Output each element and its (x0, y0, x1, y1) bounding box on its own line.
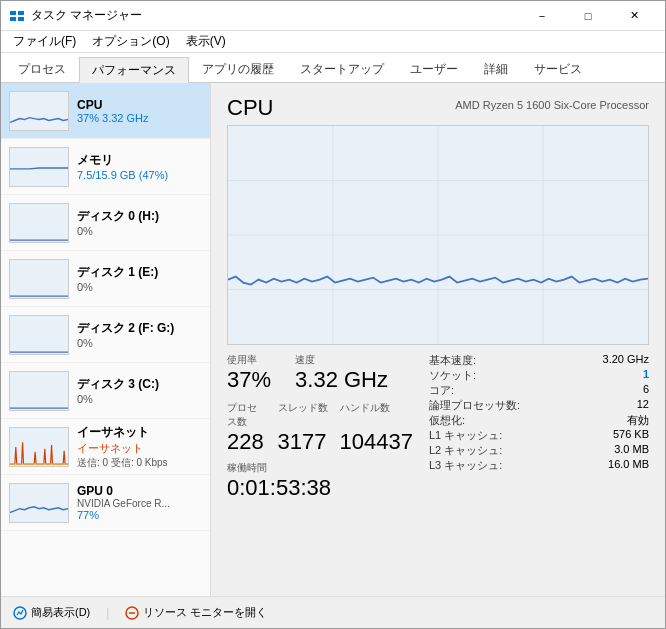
menu-file[interactable]: ファイル(F) (5, 31, 84, 53)
speed-stat: 速度 3.32 GHz (295, 353, 388, 393)
uptime-value: 0:01:53:38 (227, 475, 413, 501)
sidebar-item-cpu[interactable]: CPU 37% 3.32 GHz (1, 83, 210, 139)
tab-startup[interactable]: スタートアップ (287, 56, 397, 82)
svg-rect-0 (10, 11, 16, 15)
tab-services[interactable]: サービス (521, 56, 595, 82)
resource-monitor-button[interactable]: リソース モニターを開く (125, 605, 267, 620)
sidebar-disk2-stat: 0% (77, 337, 202, 349)
sidebar-ethernet-stat2: イーサネット (77, 441, 202, 456)
sidebar-gpu0-stat2: NVIDIA GeForce R... (77, 498, 202, 509)
usage-stat: 使用率 37% (227, 353, 271, 393)
value-socket: 1 (643, 368, 649, 383)
main-content: CPU 37% 3.32 GHz メモリ 7.5/15.9 GB (47%) (1, 83, 665, 596)
menu-view[interactable]: 表示(V) (178, 31, 234, 53)
detail-subtitle: AMD Ryzen 5 1600 Six-Core Processor (455, 99, 649, 111)
sidebar-disk2-info: ディスク 2 (F: G:) 0% (77, 320, 202, 349)
tab-performance[interactable]: パフォーマンス (79, 57, 189, 83)
sidebar-ethernet-name: イーサネット (77, 424, 202, 441)
sidebar-disk0-info: ディスク 0 (H:) 0% (77, 208, 202, 237)
sidebar-disk2-name: ディスク 2 (F: G:) (77, 320, 202, 337)
value-logical: 12 (637, 398, 649, 413)
menu-options[interactable]: オプション(O) (84, 31, 177, 53)
stat-row-socket: ソケット: 1 (429, 368, 649, 383)
sidebar-cpu-info: CPU 37% 3.32 GHz (77, 98, 202, 124)
svg-rect-7 (10, 260, 68, 298)
svg-rect-5 (10, 148, 68, 186)
handles-label: ハンドル数 (340, 401, 413, 429)
sidebar-disk0-stat: 0% (77, 225, 202, 237)
sidebar-item-disk2[interactable]: ディスク 2 (F: G:) 0% (1, 307, 210, 363)
app-icon (9, 8, 25, 24)
stat-row-base-speed: 基本速度: 3.20 GHz (429, 353, 649, 368)
resource-monitor-icon (125, 606, 139, 620)
speed-value: 3.32 GHz (295, 367, 388, 393)
label-l3: L3 キャッシュ: (429, 458, 502, 473)
threads-value: 3177 (278, 429, 328, 455)
value-l1: 576 KB (613, 428, 649, 443)
sidebar-memory-name: メモリ (77, 152, 202, 169)
sidebar-cpu-stat: 37% 3.32 GHz (77, 112, 202, 124)
maximize-button[interactable]: □ (565, 1, 611, 31)
footer: 簡易表示(D) | リソース モニターを開く (1, 596, 665, 628)
title-bar-left: タスク マネージャー (9, 7, 142, 24)
title-controls: − □ ✕ (519, 1, 657, 31)
processes-value: 228 (227, 429, 266, 455)
sidebar-cpu-name: CPU (77, 98, 202, 112)
disk2-thumb (9, 315, 69, 355)
disk0-thumb (9, 203, 69, 243)
cpu-graph-area: 使用率 100% 60 秒 0 (227, 125, 649, 345)
memory-thumb (9, 147, 69, 187)
uptime-block: 稼働時間 0:01:53:38 (227, 461, 413, 501)
detail-title-block: CPU (227, 95, 273, 121)
label-logical: 論理プロセッサ数: (429, 398, 520, 413)
task-manager-window: タスク マネージャー − □ ✕ ファイル(F) オプション(O) 表示(V) … (0, 0, 666, 629)
tab-app-history[interactable]: アプリの履歴 (189, 56, 287, 82)
cpu-thumb (9, 91, 69, 131)
sidebar-disk1-name: ディスク 1 (E:) (77, 264, 202, 281)
sidebar-item-memory[interactable]: メモリ 7.5/15.9 GB (47%) (1, 139, 210, 195)
sidebar-item-ethernet[interactable]: イーサネット イーサネット 送信: 0 受信: 0 Kbps (1, 419, 210, 475)
sidebar-disk0-name: ディスク 0 (H:) (77, 208, 202, 225)
simple-view-button[interactable]: 簡易表示(D) (13, 605, 90, 620)
stat-row-l1: L1 キャッシュ: 576 KB (429, 428, 649, 443)
sidebar-ethernet-info: イーサネット イーサネット 送信: 0 受信: 0 Kbps (77, 424, 202, 470)
sidebar: CPU 37% 3.32 GHz メモリ 7.5/15.9 GB (47%) (1, 83, 211, 596)
sidebar-memory-stat: 7.5/15.9 GB (47%) (77, 169, 202, 181)
stats-left: 使用率 37% 速度 3.32 GHz プロセス数 スレッド数 ハンドル数 22… (227, 353, 413, 501)
tab-users[interactable]: ユーザー (397, 56, 471, 82)
sidebar-disk3-name: ディスク 3 (C:) (77, 376, 202, 393)
menu-bar: ファイル(F) オプション(O) 表示(V) (1, 31, 665, 53)
sidebar-item-disk1[interactable]: ディスク 1 (E:) 0% (1, 251, 210, 307)
footer-separator: | (106, 606, 109, 620)
svg-rect-2 (10, 17, 16, 21)
label-socket: ソケット: (429, 368, 476, 383)
close-button[interactable]: ✕ (611, 1, 657, 31)
sidebar-item-disk3[interactable]: ディスク 3 (C:) 0% (1, 363, 210, 419)
tab-bar: プロセス パフォーマンス アプリの履歴 スタートアップ ユーザー 詳細 サービス (1, 53, 665, 83)
uptime-label: 稼働時間 (227, 461, 413, 475)
window-title: タスク マネージャー (31, 7, 142, 24)
svg-rect-4 (10, 92, 68, 130)
tab-detail[interactable]: 詳細 (471, 56, 521, 82)
minimize-button[interactable]: − (519, 1, 565, 31)
label-l2: L2 キャッシュ: (429, 443, 502, 458)
cpu-graph-svg (228, 126, 648, 344)
label-base-speed: 基本速度: (429, 353, 476, 368)
title-bar: タスク マネージャー − □ ✕ (1, 1, 665, 31)
label-cores: コア: (429, 383, 454, 398)
svg-rect-9 (10, 372, 68, 410)
sidebar-gpu0-info: GPU 0 NVIDIA GeForce R... 77% (77, 484, 202, 521)
sidebar-disk3-stat: 0% (77, 393, 202, 405)
svg-rect-11 (10, 484, 68, 522)
speed-label: 速度 (295, 353, 388, 367)
tab-process[interactable]: プロセス (5, 56, 79, 82)
svg-rect-8 (10, 316, 68, 354)
detail-header: CPU AMD Ryzen 5 1600 Six-Core Processor (227, 95, 649, 121)
sidebar-disk1-info: ディスク 1 (E:) 0% (77, 264, 202, 293)
threads-label: スレッド数 (278, 401, 328, 429)
sidebar-item-disk0[interactable]: ディスク 0 (H:) 0% (1, 195, 210, 251)
detail-panel: CPU AMD Ryzen 5 1600 Six-Core Processor … (211, 83, 665, 596)
processes-label: プロセス数 (227, 401, 266, 429)
sidebar-item-gpu0[interactable]: GPU 0 NVIDIA GeForce R... 77% (1, 475, 210, 531)
value-cores: 6 (643, 383, 649, 398)
